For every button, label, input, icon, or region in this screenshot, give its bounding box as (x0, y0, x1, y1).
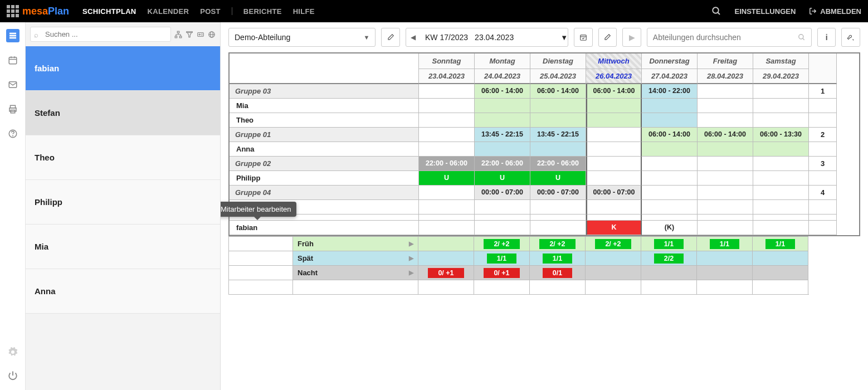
rail-mail-icon[interactable] (6, 78, 19, 91)
schedule-cell[interactable] (419, 186, 475, 200)
nav-post[interactable]: POST (200, 7, 221, 16)
nav-hilfe[interactable]: HILFE (293, 7, 315, 16)
week-picker[interactable]: ◀ KW 17/2023 23.04.2023 ▼ (406, 28, 568, 47)
schedule-cell[interactable] (642, 186, 698, 200)
schedule-cell[interactable] (586, 99, 642, 113)
schedule-cell[interactable]: U (530, 171, 586, 186)
schedule-cell[interactable]: U (419, 171, 475, 186)
summary-label[interactable]: Nacht▶ (293, 265, 418, 280)
schedule-cell[interactable] (698, 99, 753, 113)
rail-calendar-icon[interactable] (6, 53, 19, 67)
schedule-cell[interactable]: 06:00 - 14:00 (530, 84, 586, 99)
schedule-cell[interactable] (642, 171, 698, 186)
schedule-cell[interactable] (753, 113, 809, 128)
globe-icon[interactable] (208, 31, 216, 38)
schedule-cell[interactable]: K (586, 221, 642, 235)
tools-button[interactable] (841, 28, 860, 47)
schedule-cell[interactable] (642, 113, 698, 128)
schedule-cell[interactable] (419, 200, 475, 214)
schedule-cell[interactable]: 06:00 - 14:00 (475, 84, 530, 99)
summary-label[interactable]: Früh▶ (293, 236, 418, 251)
employee-item[interactable]: fabian (26, 46, 220, 91)
schedule-cell[interactable] (642, 99, 698, 113)
schedule-cell[interactable] (698, 84, 753, 99)
schedule-cell[interactable] (753, 200, 809, 214)
schedule-cell[interactable]: 06:00 - 14:00 (698, 128, 753, 142)
schedule-cell[interactable] (586, 171, 642, 186)
filter-icon[interactable] (186, 31, 193, 38)
schedule-cell[interactable] (753, 142, 809, 157)
schedule-cell[interactable] (530, 99, 586, 113)
schedule-cell[interactable] (698, 186, 753, 200)
schedule-cell[interactable] (419, 142, 475, 157)
schedule-cell[interactable] (586, 142, 642, 157)
search-icon[interactable] (711, 6, 721, 16)
schedule-cell[interactable]: 13:45 - 22:15 (475, 128, 530, 142)
nav-kalender[interactable]: KALENDER (148, 7, 189, 16)
schedule-cell[interactable] (698, 142, 753, 157)
schedule-cell[interactable] (419, 214, 475, 221)
schedule-cell[interactable] (530, 142, 586, 157)
schedule-cell[interactable] (530, 221, 586, 235)
schedule-cell[interactable]: (K) (642, 221, 698, 235)
schedule-cell[interactable] (753, 84, 809, 99)
schedule-cell[interactable] (698, 221, 753, 235)
summary-label[interactable] (293, 280, 418, 294)
schedule-cell[interactable]: 06:00 - 13:30 (753, 128, 809, 142)
employee-item[interactable]: Mia (26, 225, 220, 269)
schedule-cell[interactable] (642, 214, 698, 221)
schedule-cell[interactable]: 22:00 - 06:00 (530, 157, 586, 171)
card-icon[interactable] (197, 31, 204, 38)
schedule-cell[interactable] (530, 200, 586, 214)
schedule-cell[interactable] (530, 113, 586, 128)
schedule-cell[interactable] (698, 157, 753, 171)
edit-week-button[interactable] (598, 28, 617, 47)
next-week-button[interactable]: ▶ (622, 28, 641, 47)
schedule-cell[interactable] (475, 200, 530, 214)
schedule-cell[interactable] (698, 113, 753, 128)
nav-abmelden[interactable]: ABMELDEN (809, 7, 861, 16)
schedule-cell[interactable] (475, 214, 530, 221)
schedule-cell[interactable]: 06:00 - 14:00 (586, 84, 642, 99)
schedule-cell[interactable] (753, 171, 809, 186)
schedule-cell[interactable] (419, 221, 475, 235)
nav-berichte[interactable]: BERICHTE (243, 7, 282, 16)
schedule-cell[interactable]: 00:00 - 07:00 (475, 186, 530, 200)
schedule-cell[interactable] (642, 142, 698, 157)
department-select[interactable]: Demo-Abteilung ▼ (228, 28, 376, 47)
schedule-cell[interactable] (753, 157, 809, 171)
schedule-cell[interactable] (475, 99, 530, 113)
schedule-cell[interactable]: 00:00 - 07:00 (530, 186, 586, 200)
schedule-cell[interactable] (642, 200, 698, 214)
prev-week-button[interactable]: ◀ (406, 33, 420, 41)
edit-dept-button[interactable] (381, 28, 400, 47)
schedule-cell[interactable]: U (475, 171, 530, 186)
schedule-cell[interactable]: 22:00 - 06:00 (419, 157, 475, 171)
nav-einstellungen[interactable]: EINSTELLUNGEN (735, 7, 796, 16)
schedule-cell[interactable]: 22:00 - 06:00 (475, 157, 530, 171)
schedule-cell[interactable] (586, 200, 642, 214)
employee-item[interactable]: Philipp (26, 180, 220, 225)
employee-item[interactable]: Anna (26, 269, 220, 314)
schedule-cell[interactable] (586, 113, 642, 128)
hierarchy-icon[interactable] (174, 31, 182, 38)
schedule-cell[interactable] (753, 186, 809, 200)
nav-schichtplan[interactable]: SCHICHTPLAN (82, 7, 136, 16)
schedule-cell[interactable] (753, 99, 809, 113)
rail-help-icon[interactable] (6, 127, 19, 140)
rail-power-icon[interactable] (6, 369, 19, 382)
schedule-cell[interactable] (586, 214, 642, 221)
summary-label[interactable]: Spät▶ (293, 251, 418, 265)
schedule-cell[interactable] (419, 99, 475, 113)
rail-schedule-icon[interactable] (6, 29, 19, 42)
employee-search[interactable]: ⌕ (30, 27, 171, 42)
schedule-cell[interactable]: 00:00 - 07:00 (586, 186, 642, 200)
schedule-cell[interactable] (419, 84, 475, 99)
employee-item[interactable]: Theo (26, 135, 220, 180)
dept-search-input[interactable] (647, 33, 792, 42)
schedule-cell[interactable] (753, 221, 809, 235)
schedule-cell[interactable] (753, 214, 809, 221)
rail-settings-icon[interactable] (6, 345, 19, 359)
schedule-cell[interactable] (475, 221, 530, 235)
info-button[interactable]: i (817, 28, 836, 47)
